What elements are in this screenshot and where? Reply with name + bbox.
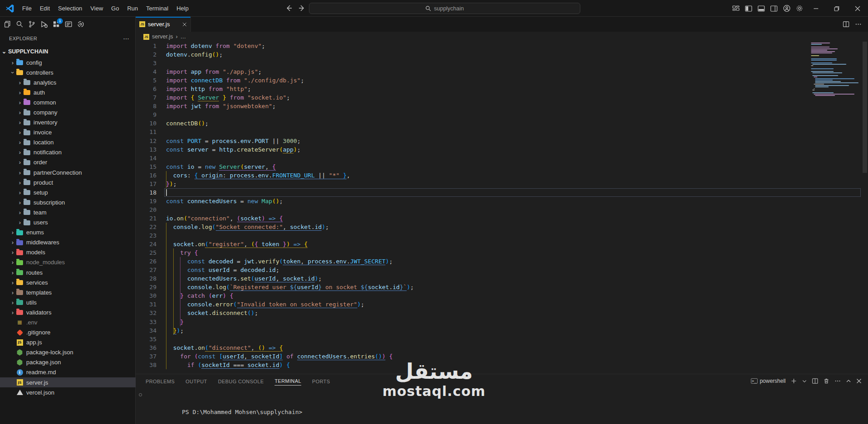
code-line[interactable]: 2dotenv.config();: [136, 50, 868, 59]
code-line[interactable]: 7import { Server } from "socket.io";: [136, 93, 868, 102]
panel-tab-output[interactable]: OUTPUT: [185, 377, 207, 386]
menu-go[interactable]: Go: [107, 5, 123, 12]
workspace-root[interactable]: ⌄ SUPPLYCHAIN: [0, 46, 136, 57]
panel-tab-debug-console[interactable]: DEBUG CONSOLE: [218, 377, 264, 386]
tree-item-package-lock.json[interactable]: package-lock.json: [0, 348, 136, 357]
code-line[interactable]: 37 for (const [userId, socketId] of conn…: [136, 352, 868, 361]
settings-gear-icon[interactable]: [793, 3, 806, 14]
chevron-right-icon[interactable]: ›: [9, 269, 16, 276]
tree-item-inventory[interactable]: ›inventory: [0, 118, 136, 128]
customize-layout-icon[interactable]: [730, 3, 742, 14]
tab-server-js[interactable]: JS server.js: [136, 17, 191, 32]
tree-item-middlewares[interactable]: ›middlewares: [0, 238, 136, 248]
split-terminal-icon[interactable]: [812, 378, 818, 384]
code-line[interactable]: 24 socket.on("register", ({ token }) => …: [136, 240, 868, 248]
tree-item-templates[interactable]: ›templates: [0, 287, 136, 297]
menu-selection[interactable]: Selection: [54, 5, 86, 12]
code-line[interactable]: 19const connectedUsers = new Map();: [136, 197, 868, 205]
new-terminal-icon[interactable]: [791, 378, 797, 384]
account-icon[interactable]: [780, 3, 793, 14]
chevron-right-icon[interactable]: ›: [16, 119, 24, 126]
code-line[interactable]: 3: [136, 59, 868, 67]
circular-extension-icon[interactable]: [76, 20, 85, 29]
menu-file[interactable]: File: [18, 5, 36, 12]
breadcrumb[interactable]: JS server.js › …: [136, 32, 868, 42]
code-line[interactable]: 13const server = http.createServer(app);: [136, 145, 868, 154]
restore-button[interactable]: [826, 0, 847, 17]
menu-view[interactable]: View: [86, 5, 107, 12]
close-tab-icon[interactable]: [182, 22, 187, 27]
chevron-right-icon[interactable]: ›: [16, 139, 24, 146]
code-line[interactable]: 33 }: [136, 318, 868, 326]
code-line[interactable]: 10connectDB();: [136, 119, 868, 128]
chevron-right-icon[interactable]: ›: [9, 309, 16, 316]
code-line[interactable]: 9: [136, 110, 868, 119]
chevron-right-icon[interactable]: ›: [16, 89, 24, 96]
chevron-right-icon[interactable]: ›: [16, 149, 24, 156]
tree-item-users[interactable]: ›users: [0, 218, 136, 228]
code-line[interactable]: 29 console.log(`Registered user ${userId…: [136, 283, 868, 291]
tree-item-notification[interactable]: ›notification: [0, 148, 136, 157]
chevron-right-icon[interactable]: ›: [9, 249, 16, 256]
code-line[interactable]: 34 });: [136, 326, 868, 335]
tree-item-server.js[interactable]: JSserver.js: [0, 377, 136, 387]
code-line[interactable]: 26 const decoded = jwt.verify(token, pro…: [136, 257, 868, 266]
code-line[interactable]: 32 socket.disconnect();: [136, 309, 868, 317]
tree-item-subscription[interactable]: ›subscription: [0, 197, 136, 207]
panel-more-actions-icon[interactable]: [835, 378, 841, 384]
code-line[interactable]: 35: [136, 335, 868, 343]
chevron-down-icon[interactable]: ›: [9, 69, 16, 76]
code-line[interactable]: 5import connectDB from "./config/db.js";: [136, 76, 868, 85]
code-line[interactable]: 16 cors: { origin: process.env.FRONTEND_…: [136, 171, 868, 180]
code-line[interactable]: 23: [136, 231, 868, 240]
tree-item-analytics[interactable]: ›analytics: [0, 77, 136, 87]
tree-item-company[interactable]: ›company: [0, 107, 136, 117]
chevron-right-icon[interactable]: ›: [9, 289, 16, 296]
launch-profile-chevron-icon[interactable]: [802, 379, 807, 384]
code-line[interactable]: 1import dotenv from "dotenv";: [136, 42, 868, 50]
tree-item-controllers[interactable]: ›controllers: [0, 67, 136, 77]
panel-tab-terminal[interactable]: TERMINAL: [275, 376, 301, 386]
chevron-right-icon[interactable]: ›: [9, 59, 16, 66]
code-line[interactable]: 6import http from "http";: [136, 85, 868, 93]
back-icon[interactable]: [285, 4, 293, 12]
tree-item-models[interactable]: ›models: [0, 248, 136, 257]
command-center-search[interactable]: supplychain: [309, 3, 580, 14]
breadcrumb-file[interactable]: server.js: [152, 33, 173, 40]
split-editor-icon[interactable]: [843, 21, 849, 28]
minimap[interactable]: [811, 43, 861, 96]
tree-item-location[interactable]: ›location: [0, 138, 136, 148]
tree-item-vercel.json[interactable]: vercel.json: [0, 387, 136, 397]
chevron-right-icon[interactable]: ›: [16, 169, 24, 176]
code-line[interactable]: 36 socket.on("disconnect", () => {: [136, 343, 868, 352]
menu-terminal[interactable]: Terminal: [142, 5, 172, 12]
tree-item-product[interactable]: ›product: [0, 177, 136, 187]
code-line[interactable]: 31 console.error("Invalid token on socke…: [136, 300, 868, 309]
chevron-right-icon[interactable]: ›: [16, 179, 24, 186]
tree-item-enums[interactable]: ›enums: [0, 228, 136, 238]
code-line[interactable]: 17});: [136, 180, 868, 188]
tree-item-node_modules[interactable]: ›node_modules: [0, 257, 136, 267]
extensions-icon[interactable]: 1: [52, 20, 61, 29]
code-line[interactable]: 15const io = new Server(server, {: [136, 162, 868, 171]
tree-item-invoice[interactable]: ›invoice: [0, 128, 136, 138]
menu-run[interactable]: Run: [123, 5, 142, 12]
code-line[interactable]: 20: [136, 205, 868, 214]
code-line[interactable]: 11: [136, 128, 868, 136]
minimize-button[interactable]: [806, 0, 826, 17]
editor-more-actions-icon[interactable]: [855, 21, 862, 28]
tree-item-order[interactable]: ›order: [0, 157, 136, 167]
chevron-right-icon[interactable]: ›: [16, 209, 24, 216]
source-control-icon[interactable]: [27, 20, 36, 29]
chevron-right-icon[interactable]: ›: [9, 239, 16, 246]
tree-item-app.js[interactable]: JSapp.js: [0, 338, 136, 348]
code-line[interactable]: 4import app from "./app.js";: [136, 67, 868, 76]
code-line[interactable]: 21io.on("connection", (socket) => {: [136, 214, 868, 223]
toggle-secondary-sidebar-icon[interactable]: [768, 3, 780, 14]
code-line[interactable]: 18: [136, 188, 868, 197]
chevron-right-icon[interactable]: ›: [9, 259, 16, 266]
chevron-right-icon[interactable]: ›: [16, 129, 24, 136]
toggle-primary-sidebar-icon[interactable]: [742, 3, 755, 14]
code-line[interactable]: 25 try {: [136, 248, 868, 257]
tree-item-auth[interactable]: ›auth: [0, 87, 136, 97]
